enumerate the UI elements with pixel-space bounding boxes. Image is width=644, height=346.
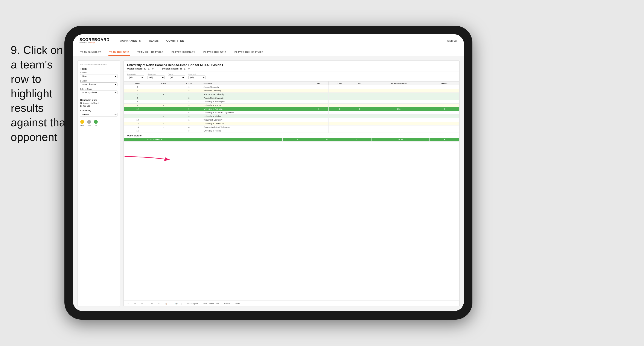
table-row[interactable]: 2-1Auburn University (124, 85, 459, 89)
opponent-name: University of Florida (202, 129, 309, 133)
tab-team-summary[interactable]: TEAM SUMMARY (80, 49, 102, 56)
cell-value (328, 89, 351, 93)
col-loss: Loss (328, 81, 351, 85)
cell-value (351, 85, 368, 89)
clock-btn[interactable]: 🕐 (174, 302, 179, 305)
cell-value (429, 129, 459, 133)
cell-value (328, 115, 351, 118)
opponent-name: University of Alabama (202, 107, 309, 111)
cell-value (429, 115, 459, 118)
cell-value: - (152, 122, 176, 125)
legend-level: Level (87, 120, 91, 126)
table-row[interactable]: 6-2Florida State University (124, 96, 459, 100)
colour-by-select[interactable]: Win/loss (80, 113, 118, 116)
cell-value (429, 104, 459, 107)
cell-value (368, 118, 429, 122)
cell-value (368, 111, 429, 115)
step-number: 9. (11, 44, 20, 56)
sign-out-link[interactable]: | Sign out (446, 39, 458, 42)
cell-value: - (152, 100, 176, 104)
cell-value (351, 89, 368, 93)
cell-value: 1 (176, 93, 202, 96)
cell-value (368, 85, 429, 89)
opponent-filter-select[interactable]: (All) (188, 75, 206, 79)
col-tie: Tie (351, 81, 368, 85)
table-row[interactable]: 13-1Texas Tech University (124, 118, 459, 122)
opponent-name: University of Arizona (202, 104, 309, 107)
cell-value: - (152, 125, 176, 129)
app-logo: SCOREBOARD Powered by clippd (80, 38, 110, 44)
cell-value: 1 (176, 85, 202, 89)
last-updated: Last Updated: 27/03/2024 16:55:38 (80, 63, 118, 65)
copy-btn[interactable]: ⧉ (157, 302, 160, 305)
cell-value: 3 (309, 107, 328, 111)
content-panel: University of North Carolina Head-to-Hea… (124, 60, 460, 307)
paste-btn[interactable]: 📋 (163, 302, 168, 305)
cell-value: - (152, 115, 176, 118)
nav-teams[interactable]: TEAMS (148, 38, 159, 43)
main-content-area: Last Updated: 27/03/2024 16:55:38 Team G… (73, 56, 464, 311)
cell-value (351, 118, 368, 122)
cell-value (328, 96, 351, 100)
school-select[interactable]: University of Nort... (80, 90, 118, 94)
opponent-name: University of Arkansas, Fayetteville (202, 111, 309, 115)
cell-value (309, 125, 328, 129)
nav-committee[interactable]: COMMITTEE (166, 38, 184, 43)
division-select[interactable]: NCAA Division I (80, 82, 118, 86)
table-row[interactable]: 15-4Georgia Institute of Technology (124, 125, 459, 129)
colour-by-title: Colour by (80, 109, 118, 112)
tab-player-summary[interactable]: PLAYER SUMMARY (171, 49, 196, 56)
h2h-table: # Rank # Reg # Conf Opponent Win Loss Ti… (124, 81, 459, 133)
cell-value (368, 104, 429, 107)
cell-value (309, 96, 328, 100)
opponent-name: Vanderbilt University (202, 89, 309, 93)
conference-filter-select[interactable]: (All) (148, 75, 165, 79)
legend-down: Down (80, 120, 84, 126)
cell-value: 3 (176, 104, 202, 107)
cell-value (309, 122, 328, 125)
table-row[interactable]: 11-6University of Arkansas, Fayetteville (124, 111, 459, 115)
gender-select[interactable]: Men's (80, 74, 118, 78)
opponent-name: Florida State University (202, 96, 309, 100)
table-row[interactable]: 16-3University of Florida (124, 129, 459, 133)
opponents-filter-select[interactable]: (All) (127, 75, 144, 79)
cell-value: 0 (351, 107, 368, 111)
cell-value (328, 111, 351, 115)
cut-btn[interactable]: ✂ (150, 302, 154, 305)
region-filter-select[interactable]: (All) (168, 75, 185, 79)
cell-value (328, 122, 351, 125)
undo-btn[interactable]: ↩ (126, 302, 130, 305)
cell-value (368, 122, 429, 125)
view-btn[interactable]: View: Original (184, 302, 199, 305)
save-custom-btn[interactable]: Save Custom View (202, 302, 220, 305)
cell-value: 9 (124, 104, 152, 107)
table-row[interactable]: 9-3University of Arizona (124, 104, 459, 107)
share-btn[interactable]: Share (234, 302, 241, 305)
cell-value (368, 96, 429, 100)
out-of-division-row[interactable]: NCAA Division II 1 0 0 26.00 3 (124, 138, 459, 142)
tab-player-h2h-grid[interactable]: PLAYER H2H GRID (202, 49, 227, 56)
opponent-filter-group: Opponent (All) (188, 73, 206, 79)
table-row[interactable]: 12-3University of Virginia (124, 115, 459, 118)
cell-value: - (152, 111, 176, 115)
nav-tournaments[interactable]: TOURNAMENTS (118, 38, 141, 43)
table-row[interactable]: 14-2University of Oklahoma (124, 122, 459, 125)
radio-opponents-played[interactable]: Opponents Played (80, 102, 118, 104)
table-row[interactable]: 8-2University of Washington (124, 100, 459, 104)
cell-value: 4 (176, 125, 202, 129)
tab-team-h2h-grid[interactable]: TEAM H2H GRID (108, 49, 130, 56)
tab-player-h2h-heatmap[interactable]: PLAYER H2H HEATMAP (234, 49, 264, 56)
watch-btn[interactable]: Watch (223, 302, 231, 305)
radio-top100[interactable]: Top 100 (80, 105, 118, 107)
table-row[interactable]: 3-2Vanderbilt University (124, 89, 459, 93)
bottom-toolbar: ↩ ↪ ↩ | ✂ ⧉ 📋 | 🕐 | View: Original Save … (124, 301, 459, 307)
tab-team-h2h-heatmap[interactable]: TEAM H2H HEATMAP (136, 49, 164, 56)
table-row[interactable]: 10-5University of Alabama3002.618 (124, 107, 459, 111)
ood-blank (124, 138, 145, 142)
back-btn[interactable]: ↩ (140, 302, 144, 305)
table-row[interactable]: 4-1Arizona State University (124, 93, 459, 96)
redo-btn[interactable]: ↪ (133, 302, 138, 305)
radio-dot-top100 (80, 105, 82, 107)
legend-circle-up (94, 120, 98, 124)
cell-value: 8 (429, 107, 459, 111)
